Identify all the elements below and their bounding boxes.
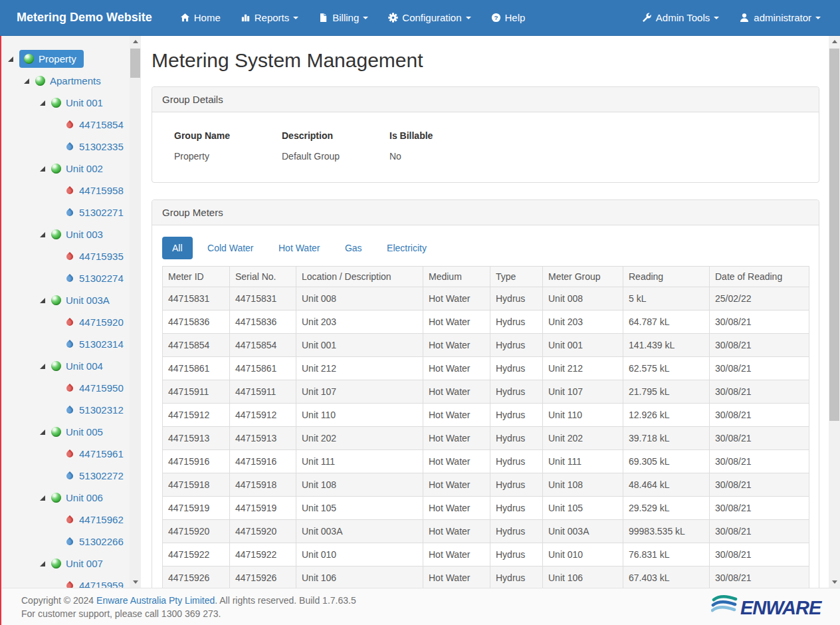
tree-node[interactable]: Unit 007	[51, 555, 107, 572]
company-link[interactable]: Enware Australia Pty Limited	[96, 595, 215, 606]
nav-help[interactable]: ? Help	[481, 0, 536, 35]
filter-tab[interactable]: All	[162, 237, 193, 259]
scroll-up-button[interactable]	[130, 36, 141, 47]
medium-cell: Hot Water	[423, 334, 490, 357]
arrow-up-icon	[133, 37, 138, 43]
meter-group-cell: Unit 001	[543, 334, 623, 357]
footer-text: Copyright © 2024 Enware Australia Pty Li…	[21, 594, 356, 620]
scroll-down-button[interactable]	[130, 576, 141, 588]
expand-icon[interactable]	[40, 561, 45, 566]
meter-row[interactable]: 44715913 44715913 Unit 202 Hot Water Hyd…	[163, 427, 809, 450]
tree-node[interactable]: 51302274	[64, 269, 128, 287]
expand-icon[interactable]	[40, 495, 45, 501]
tree-node[interactable]: 51302312	[64, 401, 128, 419]
tree-node[interactable]: Unit 005	[51, 423, 107, 441]
medium-cell: Hot Water	[423, 287, 490, 311]
meter-row[interactable]: 44715836 44715836 Unit 203 Hot Water Hyd…	[163, 311, 809, 334]
meter-row[interactable]: 44715911 44715911 Unit 107 Hot Water Hyd…	[163, 380, 809, 404]
meter-row[interactable]: 44715920 44715920 Unit 003A Hot Water Hy…	[163, 520, 809, 543]
type-cell: Hydrus	[490, 543, 543, 566]
scroll-up-button[interactable]	[829, 36, 840, 47]
page-title: Metering System Management	[152, 49, 819, 72]
type-cell: Hydrus	[490, 450, 543, 473]
nav-admin-tools[interactable]: Admin Tools	[632, 0, 729, 35]
reading-cell: 5 kL	[623, 287, 710, 311]
tree-node[interactable]: 44715961	[64, 445, 128, 463]
tree-node[interactable]: 44715935	[64, 247, 128, 265]
tree-node[interactable]: Unit 004	[51, 357, 107, 375]
tree-node[interactable]: 44715959	[64, 576, 128, 588]
filter-tab[interactable]: Gas	[335, 237, 372, 259]
nav-reports[interactable]: Reports	[231, 0, 309, 35]
tree-node[interactable]: 44715950	[64, 379, 128, 397]
tree-item-label: 44715958	[79, 185, 124, 196]
tree-node[interactable]: Unit 003A	[51, 291, 114, 309]
scrollbar-thumb[interactable]	[130, 49, 140, 78]
expand-icon[interactable]	[24, 78, 29, 84]
tree-node[interactable]: 44715920	[64, 313, 128, 331]
meter-row[interactable]: 44715912 44715912 Unit 110 Hot Water Hyd…	[163, 404, 809, 427]
expand-icon[interactable]	[40, 232, 45, 237]
meter-row[interactable]: 44715854 44715854 Unit 001 Hot Water Hyd…	[163, 334, 809, 357]
support-line: For customer support, please call 1300 3…	[21, 607, 356, 620]
tree-item: Unit 007	[0, 553, 141, 574]
scrollbar-thumb[interactable]	[829, 49, 839, 421]
tree-node-icon	[65, 120, 74, 130]
expand-icon[interactable]	[8, 57, 13, 62]
detail-label: Is Billable	[384, 125, 492, 147]
reading-cell: 141.439 kL	[623, 334, 710, 357]
tree-node[interactable]: 44715962	[64, 511, 128, 529]
tree-node[interactable]: Unit 002	[51, 160, 107, 178]
tree-item: 51302271	[0, 201, 141, 223]
meter-group-cell: Unit 108	[543, 473, 623, 497]
meter-row[interactable]: 44715918 44715918 Unit 108 Hot Water Hyd…	[163, 473, 809, 497]
meter-row[interactable]: 44715861 44715861 Unit 212 Hot Water Hyd…	[163, 357, 809, 380]
meter-row[interactable]: 44715926 44715926 Unit 106 Hot Water Hyd…	[163, 566, 809, 588]
location-cell: Unit 108	[296, 473, 423, 497]
tree-node[interactable]: 51302271	[64, 203, 128, 221]
filter-tab[interactable]: Hot Water	[268, 237, 330, 259]
nav-billing[interactable]: Billing	[308, 0, 378, 35]
tree-node[interactable]: Unit 003	[51, 225, 107, 243]
tree-item: 51302266	[0, 531, 141, 553]
tree-node[interactable]: Unit 001	[51, 94, 107, 112]
nav-configuration[interactable]: Configuration	[378, 0, 480, 35]
tree-item: 51302312	[0, 399, 141, 421]
tree-node[interactable]: 51302266	[64, 533, 128, 551]
meter-tree: Property Apartments	[0, 36, 141, 588]
expand-icon[interactable]	[40, 430, 45, 435]
nav-home[interactable]: Home	[170, 0, 231, 35]
column-header: Serial No.	[230, 267, 296, 287]
meter-row[interactable]: 44715922 44715922 Unit 010 Hot Water Hyd…	[163, 543, 809, 566]
brand-title[interactable]: Metering Demo Website	[0, 0, 162, 35]
filter-tab[interactable]: Electricity	[377, 237, 437, 259]
meter-row[interactable]: 44715831 44715831 Unit 008 Hot Water Hyd…	[163, 287, 809, 311]
expand-icon[interactable]	[40, 166, 45, 172]
tree-node[interactable]: 44715958	[64, 182, 128, 199]
expand-icon[interactable]	[40, 364, 45, 369]
tree-node[interactable]: 51302335	[64, 138, 128, 156]
meter-row[interactable]: 44715919 44715919 Unit 105 Hot Water Hyd…	[163, 497, 809, 520]
nav-administrator[interactable]: administrator	[729, 0, 831, 35]
tree-item: 51302272	[0, 465, 141, 487]
tree-node[interactable]: Unit 006	[51, 489, 107, 507]
reading-date-cell: 30/08/21	[710, 404, 809, 427]
expand-icon[interactable]	[40, 100, 45, 106]
meter-id-cell: 44715922	[163, 543, 230, 566]
filter-tab[interactable]: Cold Water	[197, 237, 264, 259]
tree-node-icon	[65, 406, 74, 415]
scroll-down-button[interactable]	[829, 576, 840, 588]
expand-icon[interactable]	[40, 298, 45, 303]
tree-item-label: 44715920	[79, 316, 124, 328]
detail-value: Default Group	[276, 147, 384, 166]
tree-node[interactable]: Apartments	[35, 72, 105, 90]
tree-node-icon	[51, 559, 61, 568]
tree-node[interactable]: 51302272	[64, 467, 128, 485]
tree-node-icon	[65, 515, 74, 525]
tree-node[interactable]: 44715854	[64, 116, 128, 134]
tree-node[interactable]: Property	[19, 50, 84, 68]
meter-row[interactable]: 44715916 44715916 Unit 111 Hot Water Hyd…	[163, 450, 809, 473]
tree-item-label: Unit 005	[66, 426, 103, 438]
reading-cell: 62.575 kL	[623, 357, 710, 380]
tree-node[interactable]: 51302314	[64, 335, 128, 353]
